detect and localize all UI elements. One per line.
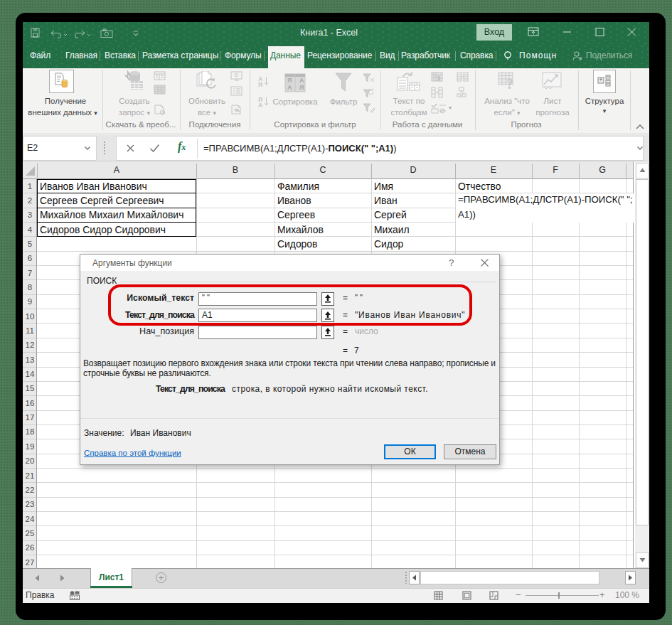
svg-text:?: ? [506,76,513,90]
svg-text:А: А [299,77,304,84]
svg-text:Я: Я [299,84,304,91]
svg-text:Я: Я [258,81,262,88]
svg-text:А: А [258,102,262,107]
svg-text:А: А [287,84,292,91]
svg-text:Я: Я [287,77,292,84]
